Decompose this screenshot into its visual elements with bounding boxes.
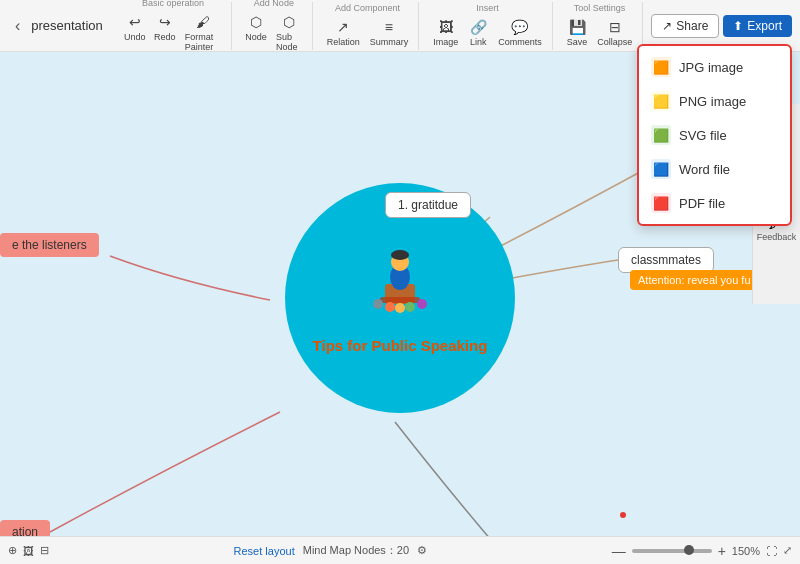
redo-button[interactable]: ↪Redo [151,11,179,54]
nodes-count-label: Mind Map Nodes：20 [303,543,409,558]
node-listeners[interactable]: e the listeners [0,233,99,257]
zoom-slider[interactable] [632,549,712,553]
export-svg-item[interactable]: 🟩 SVG file [639,118,790,152]
feedback-label: Feedback [757,232,797,242]
format-painter-button[interactable]: 🖌Format Painter [181,11,225,54]
settings-icon[interactable]: ⚙ [417,544,427,557]
svg-point-9 [417,299,427,309]
reset-layout-button[interactable]: Reset layout [234,545,295,557]
section-label-addnode: Add Node [254,0,294,8]
export-png-label: PNG image [679,94,746,109]
image-button[interactable]: 🖼Image [429,16,462,49]
red-dot-indicator [620,512,626,518]
svg-rect-1 [380,297,420,303]
export-jpg-label: JPG image [679,60,743,75]
fit-screen-button[interactable]: ⛶ [766,545,777,557]
export-pdf-label: PDF file [679,196,725,211]
toolsettings-buttons: 💾Save ⊟Collapse [563,16,637,49]
export-jpg-item[interactable]: 🟧 JPG image [639,50,790,84]
addcomponent-buttons: ↗Relation ≡Summary [323,16,413,49]
node-attention-label: Attention: reveal you fu [638,274,751,286]
share-button[interactable]: ↗ Share [651,14,719,38]
word-icon: 🟦 [651,159,671,179]
status-icon-1[interactable]: ⊕ [8,544,17,557]
node-button[interactable]: ⬡Node [242,11,270,54]
link-button[interactable]: 🔗Link [464,16,492,49]
section-label-toolsettings: Tool Settings [574,3,626,13]
export-icon: ⬆ [733,19,743,33]
zoom-out-button[interactable]: — [612,543,626,559]
section-label-addcomponent: Add Component [335,3,400,13]
pdf-icon: 🟥 [651,193,671,213]
insert-buttons: 🖼Image 🔗Link 💬Comments [429,16,546,49]
svg-point-8 [405,302,415,312]
share-label: Share [676,19,708,33]
toolbar-section-toolsettings: Tool Settings 💾Save ⊟Collapse [557,2,644,50]
status-right: — + 150% ⛶ ⤢ [612,543,792,559]
svg-point-5 [373,299,383,309]
zoom-thumb[interactable] [684,545,694,555]
zoom-percent: 150% [732,545,760,557]
node-attention[interactable]: Attention: reveal you fu [630,270,759,290]
addnode-buttons: ⬡Node ⬡Sub Node [242,11,306,54]
export-label: Export [747,19,782,33]
toolbar-section-basic: Basic operation ↩Undo ↪Redo 🖌Format Pain… [115,2,232,50]
basic-buttons: ↩Undo ↪Redo 🖌Format Painter [121,11,225,54]
fullscreen-button[interactable]: ⤢ [783,544,792,557]
export-word-label: Word file [679,162,730,177]
export-pdf-item[interactable]: 🟥 PDF file [639,186,790,220]
status-center: Reset layout Mind Map Nodes：20 ⚙ [61,543,600,558]
app-title: presentation [31,18,103,33]
png-icon: 🟨 [651,91,671,111]
export-dropdown: 🟧 JPG image 🟨 PNG image 🟩 SVG file 🟦 Wor… [637,44,792,226]
center-illustration [360,242,440,331]
back-button[interactable]: ‹ [8,14,27,38]
save-button[interactable]: 💾Save [563,16,592,49]
subnode-button[interactable]: ⬡Sub Node [272,11,306,54]
export-button[interactable]: ⬆ Export [723,15,792,37]
svg-point-7 [395,303,405,313]
node-listeners-label: e the listeners [12,238,87,252]
export-png-item[interactable]: 🟨 PNG image [639,84,790,118]
jpg-icon: 🟧 [651,57,671,77]
comments-button[interactable]: 💬Comments [494,16,546,49]
svg-point-4 [391,250,409,260]
svg-point-6 [385,302,395,312]
relation-button[interactable]: ↗Relation [323,16,364,49]
undo-button[interactable]: ↩Undo [121,11,149,54]
svg-icon: 🟩 [651,125,671,145]
center-title: Tips for Public Speaking [303,337,498,354]
export-word-item[interactable]: 🟦 Word file [639,152,790,186]
status-icon-3[interactable]: ⊟ [40,544,49,557]
share-icon: ↗ [662,19,672,33]
export-svg-label: SVG file [679,128,727,143]
section-label-insert: Insert [476,3,499,13]
toolbar-section-addcomponent: Add Component ↗Relation ≡Summary [317,2,420,50]
status-bar: ⊕ 🖼 ⊟ Reset layout Mind Map Nodes：20 ⚙ —… [0,536,800,564]
collapse-button[interactable]: ⊟Collapse [593,16,636,49]
summary-button[interactable]: ≡Summary [366,16,413,49]
node-gratitude[interactable]: 1. gratitdue [385,192,471,218]
node-gratitude-label: 1. gratitdue [398,198,458,212]
status-icon-2[interactable]: 🖼 [23,545,34,557]
status-left-icons: ⊕ 🖼 ⊟ [8,544,49,557]
section-label-basic: Basic operation [142,0,204,8]
toolbar-section-addnode: Add Node ⬡Node ⬡Sub Node [236,2,313,50]
node-classmates-label: classmmates [631,253,701,267]
zoom-in-button[interactable]: + [718,543,726,559]
toolbar-section-insert: Insert 🖼Image 🔗Link 💬Comments [423,2,553,50]
